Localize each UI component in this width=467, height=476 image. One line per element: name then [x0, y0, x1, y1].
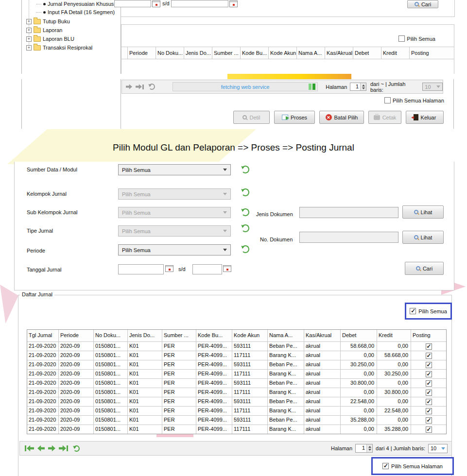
date-from-input-top[interactable] — [114, 0, 151, 7]
cell: 2020-09 — [59, 407, 94, 415]
table-row[interactable]: 21-09-20202020-090150801...K01PERPER-409… — [27, 341, 446, 351]
page-spinner[interactable]: 1 — [350, 83, 366, 91]
rows-per-page-dropdown[interactable]: 10 — [422, 83, 443, 91]
first-page-icon[interactable] — [25, 445, 34, 452]
cari-button[interactable]: Cari — [405, 262, 444, 275]
posting-checkbox[interactable] — [426, 417, 432, 424]
tanggal-jurnal-label: Tanggal Jurnal — [27, 267, 62, 272]
expand-plus-icon[interactable]: + — [26, 45, 32, 51]
posting-checkbox[interactable] — [426, 408, 432, 414]
last-page-icon[interactable] — [59, 445, 68, 452]
tree-item-laporan-blu[interactable]: + Laporan BLU — [26, 35, 74, 43]
calendar-icon[interactable] — [165, 265, 173, 272]
pilih-semua-checkbox[interactable] — [398, 35, 405, 42]
tanggal-from-input[interactable] — [118, 264, 164, 274]
table-row[interactable]: 21-09-20202020-090150801...K01PERPER-409… — [27, 406, 446, 415]
cell: Beban Pe... — [268, 416, 304, 425]
jenis-dokumen-input[interactable] — [299, 207, 398, 218]
refresh-icon[interactable] — [242, 208, 249, 216]
cari-button-top[interactable]: Cari — [407, 0, 438, 8]
expand-plus-icon[interactable]: + — [26, 19, 32, 24]
refresh-icon[interactable] — [73, 445, 80, 452]
calendar-icon[interactable] — [229, 0, 238, 7]
keluar-button[interactable]: Keluar — [406, 111, 444, 124]
periode-select[interactable]: Pilih Semua — [118, 244, 231, 255]
last-page-icon[interactable] — [136, 84, 144, 89]
cell: 21-09-2020 — [27, 370, 59, 378]
refresh-icon[interactable] — [242, 188, 249, 196]
lihat-label: Lihat — [421, 209, 432, 215]
cell: 117111 — [232, 388, 268, 397]
batal-pilih-button[interactable]: ✕ Batal Pilih — [319, 111, 364, 124]
tree-item-transaksi-resiprokal[interactable]: + Transaksi Resiprokal — [26, 44, 92, 51]
tree-item-jurnal-penyesuaian-khusus[interactable]: Jurnal Penyesuaian Khusus — [36, 0, 114, 8]
tanggal-to-input[interactable] — [192, 264, 222, 274]
pilih-semua-highlight[interactable]: Pilih Semua — [405, 303, 452, 320]
cell: 0150801... — [94, 416, 128, 425]
calendar-icon[interactable] — [152, 0, 160, 7]
column-header: Kredit — [377, 330, 411, 341]
pilih-semua-halaman-checkbox[interactable] — [382, 463, 389, 469]
tree-item-tutup-buku[interactable]: + Tutup Buku — [26, 17, 70, 25]
next-page-icon[interactable] — [48, 445, 55, 452]
pilih-semua-halaman-top[interactable]: Pilih Semua Halaman — [384, 97, 444, 103]
cell: 21-09-2020 — [27, 342, 59, 351]
date-to-input-top[interactable] — [171, 0, 228, 7]
posting-checkbox[interactable] — [426, 426, 432, 433]
table-row[interactable]: 21-09-20202020-090150801...K01PERPER-409… — [27, 351, 446, 360]
table-row[interactable]: 21-09-20202020-090150801...K01PERPER-409… — [27, 360, 446, 369]
lihat-jenis-dokumen-button[interactable]: Lihat — [402, 205, 444, 219]
refresh-icon[interactable] — [242, 224, 249, 232]
tree-item-input-fa-detail[interactable]: Input FA Detail (16 Segmen) — [36, 8, 115, 16]
halaman-label: Halaman — [331, 445, 352, 451]
posting-checkbox[interactable] — [426, 371, 432, 377]
posting-checkbox[interactable] — [426, 343, 432, 350]
cell: 21-09-2020 — [27, 379, 59, 388]
table-row[interactable]: 21-09-20202020-090150801...K01PERPER-409… — [27, 397, 446, 406]
no-dokumen-input[interactable] — [299, 232, 398, 243]
calendar-icon[interactable] — [223, 265, 231, 272]
kelompok-jurnal-select[interactable]: Pilih Semua — [118, 188, 231, 200]
pilih-semua-checkbox[interactable] — [410, 308, 416, 314]
daftar-jurnal-title: Daftar Jurnal — [20, 291, 54, 297]
expand-plus-icon[interactable]: + — [26, 36, 32, 42]
table-row[interactable]: 21-09-20202020-090150801...K01PERPER-409… — [27, 388, 446, 397]
pilih-semua-top[interactable]: Pilih Semua — [398, 35, 435, 42]
refresh-icon[interactable] — [149, 84, 155, 90]
spinner-buttons[interactable] — [360, 83, 366, 90]
cetak-button[interactable]: Cetak — [368, 111, 401, 124]
page-spinner[interactable]: 1 — [355, 444, 373, 453]
sub-kelompok-jurnal-select[interactable]: Pilih Semua — [118, 207, 231, 218]
folder-icon — [34, 45, 41, 51]
table-row[interactable]: 21-09-20202020-090150801...K01PERPER-409… — [27, 415, 446, 425]
table-row[interactable]: 21-09-20202020-090150801...K01PERPER-409… — [27, 425, 446, 434]
tipe-jurnal-select[interactable]: Pilih Semua — [118, 225, 231, 237]
prev-page-icon[interactable] — [37, 445, 45, 452]
sumber-data-modul-select[interactable]: Pilih Semua — [118, 164, 231, 175]
posting-checkbox[interactable] — [426, 362, 432, 368]
table-row[interactable]: 21-09-20202020-090150801...K01PERPER-409… — [27, 369, 446, 378]
column-header: Kode Akun — [232, 330, 268, 341]
arrow-icon — [27, 445, 34, 452]
posting-checkbox[interactable] — [426, 380, 432, 387]
cell: 0150801... — [94, 425, 128, 434]
tree-item-label: Jurnal Penyesuaian Khusus — [48, 1, 114, 7]
rows-per-page-dropdown[interactable]: 10 — [428, 444, 448, 453]
pilih-semua-halaman-checkbox[interactable] — [384, 97, 391, 103]
pilih-semua-halaman-highlight[interactable]: Pilih Semua Halaman — [371, 457, 454, 475]
table-row[interactable]: 21-09-20202020-090150801...K01PERPER-409… — [27, 378, 446, 388]
detil-button[interactable]: Detil — [233, 111, 270, 124]
posting-checkbox[interactable] — [426, 390, 432, 396]
spinner-buttons[interactable] — [366, 444, 372, 452]
posting-checkbox[interactable] — [426, 399, 432, 405]
column-header: Posting — [410, 47, 454, 59]
posting-checkbox[interactable] — [426, 353, 432, 359]
refresh-icon[interactable] — [242, 245, 249, 253]
next-page-icon[interactable] — [126, 84, 132, 89]
tree-item-laporan[interactable]: + Laporan — [26, 26, 62, 34]
expand-plus-icon[interactable]: + — [26, 28, 32, 33]
lihat-no-dokumen-button[interactable]: Lihat — [402, 231, 444, 244]
caption-text: Pilih Modul GL dan Pelaporan => Proses =… — [0, 142, 467, 153]
proses-button[interactable]: Proses — [274, 111, 315, 124]
refresh-icon[interactable] — [242, 166, 249, 173]
